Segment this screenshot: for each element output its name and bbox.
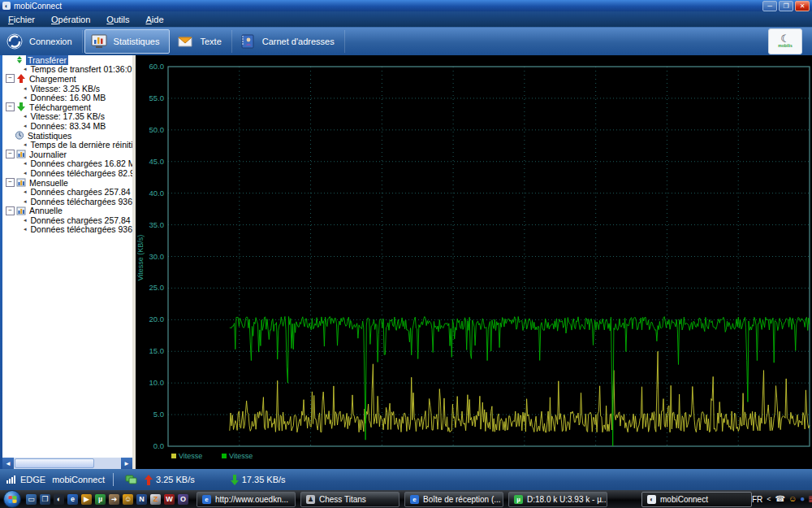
tree-expander[interactable]: − [6, 206, 15, 215]
mobiconnect-icon: ◐ [647, 495, 656, 504]
internet-explorer-icon: e [202, 495, 211, 504]
minimize-button[interactable]: ─ [762, 1, 777, 11]
tree-item[interactable]: ◂Données: 83.34 MB [2, 121, 132, 131]
toolbar-button-message[interactable]: Texte [171, 30, 231, 53]
tree-item[interactable]: ◂Données: 16.90 MB [2, 93, 132, 102]
legend-label: Vitesse [179, 452, 202, 460]
utorrent-icon: µ [514, 495, 523, 504]
y-tick-label: 30.0 [149, 252, 165, 261]
blue-app-icon[interactable]: ● [800, 494, 805, 504]
connection-icon [6, 33, 24, 50]
tree-item-label: Données: 83.34 MB [29, 121, 108, 131]
tree-item[interactable]: ◂Vitesse: 17.35 KB/s [2, 112, 132, 122]
tree-item[interactable]: −Journalier [2, 150, 132, 159]
toolbar-button-connection[interactable]: Connexion [1, 30, 83, 53]
tree-item[interactable]: ◂Vitesse: 3.25 KB/s [2, 84, 132, 93]
tree-item-label: Statistiques [26, 131, 73, 141]
phone-icon[interactable]: ☎ [775, 494, 785, 504]
tree-item[interactable]: −Chargement [2, 74, 132, 84]
toolbar-button-statistics[interactable]: Statistiques [84, 29, 171, 54]
tree-item[interactable]: ◂Données chargées 16.82 MB [2, 159, 132, 169]
taskbar-button-2[interactable]: eBoîte de réception (... [404, 492, 503, 507]
tree-bullet-icon: ◂ [24, 141, 27, 148]
tree-expander[interactable]: − [6, 178, 15, 187]
download-manager-icon[interactable]: ➜ [109, 494, 119, 505]
tree-bullet-icon: ◂ [24, 94, 27, 101]
tree-item[interactable]: ◂Données chargées 257.84 MB [2, 215, 132, 225]
tree-item[interactable]: ◂Temps de la dernière réinitialisation 0… [2, 140, 132, 150]
transfer-icon [15, 55, 24, 64]
menu-item-aide[interactable]: Aide [137, 11, 171, 27]
language-indicator[interactable]: FR [752, 495, 762, 504]
tree-item[interactable]: ◂Données téléchargées 936.75 MB [2, 197, 132, 206]
winamp-icon[interactable]: Z [150, 494, 161, 505]
status-separator [113, 473, 114, 486]
toolbar-button-address-book[interactable]: Carnet d'adresses [234, 30, 345, 53]
start-button[interactable] [3, 490, 21, 508]
restore-button[interactable]: ❐ [779, 1, 793, 11]
tree-bullet-icon: ◂ [24, 189, 27, 195]
menu-item-fichier[interactable]: Fichier [0, 11, 43, 27]
smiley-icon[interactable]: ☺ [788, 494, 797, 504]
switch-windows-icon[interactable]: ❐ [40, 494, 50, 505]
purple-app-icon[interactable]: O [178, 494, 188, 505]
y-tick-label: 40.0 [149, 189, 165, 198]
tree-item[interactable]: −Téléchargement [2, 102, 132, 112]
tree-item[interactable]: Statistiques [2, 131, 132, 141]
red-app-icon[interactable]: W [164, 494, 175, 505]
taskbar: ▭❐◐e▶µ➜☺NZWO ehttp://www.ouedkn...♟Chess… [0, 490, 812, 508]
taskbar-button-4[interactable]: ◐mobiConnect [641, 492, 752, 507]
brand-swirl-icon: ☾ [780, 35, 790, 43]
menu-item-outils[interactable]: Outils [98, 11, 137, 27]
taskbar-button-1[interactable]: ♟Chess Titans [300, 492, 400, 507]
tree-item-label: Données téléchargées 82.95 MB [29, 168, 132, 178]
taskbar-button-label: http://www.ouedkn... [215, 495, 288, 504]
show-desktop-icon[interactable]: ▭ [26, 494, 37, 505]
scroll-right-arrow[interactable]: ► [121, 458, 132, 469]
tree-item-label: Données chargées 257.84 MB [29, 215, 132, 225]
speed-chart: 60.055.050.045.040.035.030.025.020.015.0… [136, 55, 812, 469]
utorrent-icon[interactable]: µ [95, 494, 106, 505]
taskbar-button-0[interactable]: ehttp://www.ouedkn... [197, 492, 296, 507]
brand-logo: ☾mobilis [768, 28, 802, 54]
tree-item-label: Mensuelle [28, 178, 70, 188]
tree-bullet-icon: ◂ [24, 160, 27, 167]
media-player-icon[interactable]: ▶ [81, 494, 92, 505]
tree-item-label: Vitesse: 17.35 KB/s [29, 111, 106, 121]
screen: ◐ mobiConnect ─ ❐ ✕ FichierOpérationOuti… [0, 0, 812, 508]
tree-item[interactable]: ◂Données téléchargées 936.75 MB [2, 225, 132, 235]
nokia-suite-icon[interactable]: N [136, 494, 147, 505]
internet-explorer-icon[interactable]: e [67, 494, 78, 505]
tray-chevron[interactable]: < [767, 495, 771, 503]
tree-item[interactable]: Transférer [2, 55, 132, 65]
red-app-icon[interactable]: ▦ [808, 494, 812, 504]
menu-item-opration[interactable]: Opération [43, 11, 98, 27]
tree-expander[interactable]: − [6, 102, 15, 111]
scroll-thumb[interactable] [15, 458, 94, 468]
taskbar-button-label: Chess Titans [319, 495, 366, 504]
tree-expander[interactable]: − [6, 74, 15, 83]
mobiconnect-quicklaunch-icon[interactable]: ◐ [54, 494, 64, 505]
taskbar-button-3[interactable]: µD:18.0 k U:3.93 k - µ... [508, 492, 607, 507]
tree-item-label: Données: 16.90 MB [29, 93, 108, 102]
scroll-left-arrow[interactable]: ◄ [2, 458, 14, 469]
tree-bullet-icon: ◂ [24, 66, 27, 72]
tree-item-label: Données chargées 16.82 MB [29, 158, 132, 168]
tree-item[interactable]: −Mensuelle [2, 178, 132, 188]
statistics-icon [90, 33, 108, 50]
tree-horizontal-scrollbar[interactable]: ◄ ► [2, 458, 132, 469]
upload-arrow-icon [145, 475, 153, 485]
tree-bullet-icon: ◂ [24, 113, 27, 119]
window-title: mobiConnect [14, 2, 62, 11]
tree-item[interactable]: ◂Données chargées 257.84 MB [2, 187, 132, 197]
tree-item[interactable]: −Annuelle [2, 206, 132, 216]
close-button[interactable]: ✕ [795, 1, 810, 11]
chart-icon [16, 206, 26, 215]
legend-swatch [222, 454, 227, 458]
tree-item[interactable]: ◂Données téléchargées 82.95 MB [2, 168, 132, 178]
y-tick-label: 50.0 [149, 125, 165, 134]
messenger-smiley-icon[interactable]: ☺ [123, 494, 133, 505]
tree-expander[interactable]: − [6, 150, 15, 158]
tree-item[interactable]: ◂Temps de transfert 01:36:09 [2, 65, 132, 75]
network-adapter-icon [125, 474, 138, 485]
